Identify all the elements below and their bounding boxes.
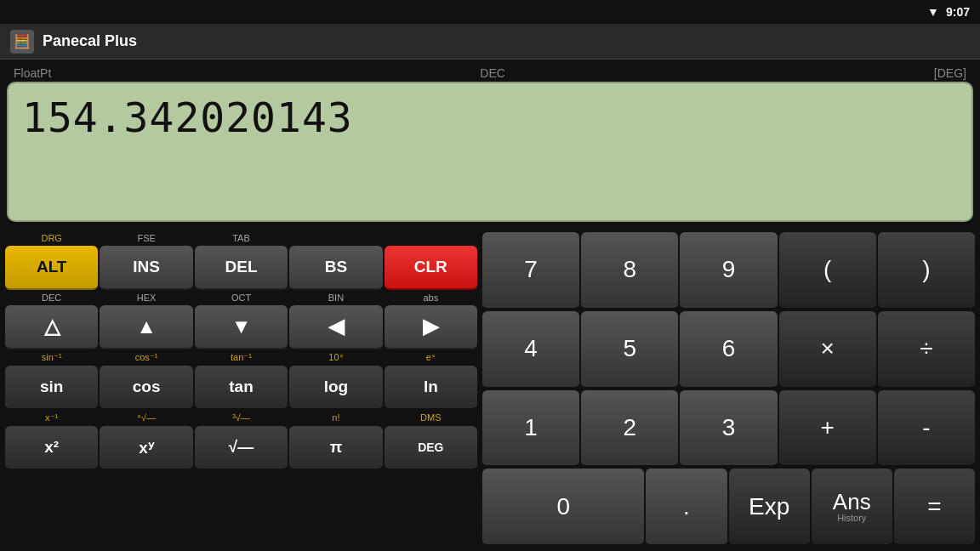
ins-button[interactable]: INS bbox=[100, 246, 192, 290]
btn-0[interactable]: 0 bbox=[482, 469, 644, 546]
bs-button[interactable]: BS bbox=[289, 246, 382, 290]
label-row-2: DEC HEX OCT BIN abs bbox=[5, 292, 477, 304]
display-value: 154.342020143 bbox=[22, 94, 353, 141]
label-sin-inv: sin⁻¹ bbox=[5, 351, 98, 364]
clr-button[interactable]: CLR bbox=[385, 246, 477, 290]
right-button[interactable]: ▶ bbox=[385, 305, 477, 349]
label-dec: DEC bbox=[5, 292, 98, 304]
btn-row-1: ALT INS DEL BS CLR bbox=[5, 246, 477, 290]
btn-multiply[interactable]: × bbox=[779, 311, 876, 389]
label-row-3: sin⁻¹ cos⁻¹ tan⁻¹ 10ˣ eˣ bbox=[5, 351, 477, 364]
del-button[interactable]: DEL bbox=[195, 246, 288, 290]
time-display: 9:07 bbox=[946, 5, 970, 19]
calc-body: DRG FSE TAB ALT INS DEL BS CLR D bbox=[0, 227, 980, 551]
btn-plus[interactable]: + bbox=[779, 390, 876, 468]
btn-6[interactable]: 6 bbox=[680, 311, 777, 389]
display-screen: 154.342020143 bbox=[7, 82, 973, 222]
btn-9[interactable]: 9 bbox=[680, 232, 777, 310]
down-button[interactable]: ▼ bbox=[195, 305, 288, 349]
tan-button[interactable]: tan bbox=[195, 366, 288, 410]
btn-decimal[interactable]: . bbox=[646, 469, 726, 546]
label-xroot: ˣ√— bbox=[100, 412, 192, 424]
btn-ans[interactable]: Ans History bbox=[812, 469, 892, 546]
xy-button[interactable]: xʸ bbox=[100, 426, 192, 470]
label-empty1 bbox=[289, 232, 382, 244]
up-solid-button[interactable]: ▲ bbox=[100, 305, 192, 349]
deg-button[interactable]: DEG bbox=[385, 426, 477, 470]
btn-8[interactable]: 8 bbox=[581, 232, 678, 310]
log-button[interactable]: log bbox=[289, 366, 382, 410]
btn-7[interactable]: 7 bbox=[482, 232, 579, 310]
btn-4[interactable]: 4 bbox=[482, 311, 579, 389]
btn-row-4: x² xʸ √— π DEG bbox=[5, 426, 477, 470]
app-bar: 🧮 Panecal Plus bbox=[0, 24, 980, 60]
label-10x: 10ˣ bbox=[289, 351, 382, 364]
num-row-2: 4 5 6 × ÷ bbox=[482, 311, 975, 389]
btn-open-paren[interactable]: ( bbox=[779, 232, 876, 310]
alt-button[interactable]: ALT bbox=[5, 246, 98, 290]
btn-row-3: sin cos tan log ln bbox=[5, 366, 477, 410]
pi-button[interactable]: π bbox=[289, 426, 382, 470]
btn-5[interactable]: 5 bbox=[581, 311, 678, 389]
display-info-bar: FloatPt DEC [DEG] bbox=[7, 65, 973, 82]
label-abs: abs bbox=[385, 292, 477, 304]
up-outline-button[interactable]: △ bbox=[5, 305, 98, 349]
btn-divide[interactable]: ÷ bbox=[878, 311, 975, 389]
x2-button[interactable]: x² bbox=[5, 426, 98, 470]
label-fse: FSE bbox=[100, 232, 192, 244]
label-drg: DRG bbox=[5, 232, 98, 244]
label-tab: TAB bbox=[195, 232, 288, 244]
angle-mode: [DEG] bbox=[934, 66, 966, 80]
cos-button[interactable]: cos bbox=[100, 366, 192, 410]
sin-button[interactable]: sin bbox=[5, 366, 98, 410]
num-base: DEC bbox=[480, 66, 505, 80]
num-row-1: 7 8 9 ( ) bbox=[482, 232, 975, 310]
sqrt-button[interactable]: √— bbox=[195, 426, 288, 470]
float-mode: FloatPt bbox=[14, 66, 51, 80]
display-container: FloatPt DEC [DEG] 154.342020143 bbox=[0, 60, 980, 227]
btn-minus[interactable]: - bbox=[878, 390, 975, 468]
btn-close-paren[interactable]: ) bbox=[878, 232, 975, 310]
btn-2[interactable]: 2 bbox=[581, 390, 678, 468]
label-tan-inv: tan⁻¹ bbox=[195, 351, 288, 364]
btn-1[interactable]: 1 bbox=[482, 390, 579, 468]
label-hex: HEX bbox=[100, 292, 192, 304]
btn-3[interactable]: 3 bbox=[680, 390, 777, 468]
label-row-1: DRG FSE TAB bbox=[5, 232, 477, 244]
label-nfact: n! bbox=[289, 412, 382, 424]
label-row-4: x⁻¹ ˣ√— ³√— n! DMS bbox=[5, 412, 477, 424]
app-icon: 🧮 bbox=[10, 30, 34, 54]
label-xinv: x⁻¹ bbox=[5, 412, 98, 424]
app-title: Panecal Plus bbox=[43, 32, 137, 50]
label-bin: BIN bbox=[289, 292, 382, 304]
status-bar: ▼ 9:07 bbox=[0, 0, 980, 24]
wifi-icon: ▼ bbox=[927, 5, 939, 19]
left-panel: DRG FSE TAB ALT INS DEL BS CLR D bbox=[5, 232, 477, 546]
label-empty2 bbox=[385, 232, 477, 244]
left-button[interactable]: ◀ bbox=[289, 305, 382, 349]
label-dms: DMS bbox=[385, 412, 477, 424]
label-3root: ³√— bbox=[195, 412, 288, 424]
right-panel: 7 8 9 ( ) 4 5 6 × ÷ 1 2 3 + - 0 . Exp bbox=[482, 232, 975, 546]
num-row-4: 0 . Exp Ans History = bbox=[482, 469, 975, 546]
label-ex: eˣ bbox=[385, 351, 477, 364]
label-oct: OCT bbox=[195, 292, 288, 304]
btn-row-2: △ ▲ ▼ ◀ ▶ bbox=[5, 305, 477, 349]
num-row-3: 1 2 3 + - bbox=[482, 390, 975, 468]
btn-exp[interactable]: Exp bbox=[729, 469, 810, 546]
label-cos-inv: cos⁻¹ bbox=[100, 351, 192, 364]
btn-equals[interactable]: = bbox=[894, 469, 975, 546]
ln-button[interactable]: ln bbox=[385, 366, 477, 410]
